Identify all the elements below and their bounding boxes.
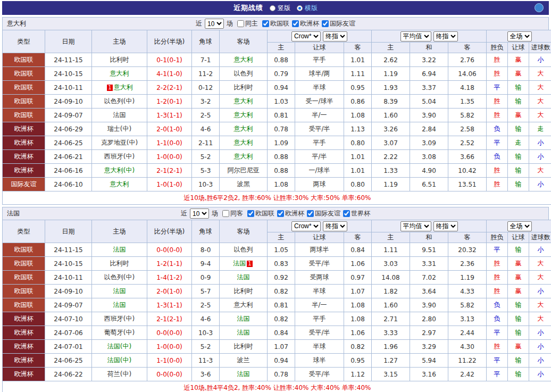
home-team-cell[interactable]: 意大利(中) (92, 164, 147, 178)
period-select[interactable]: 全场 (507, 221, 532, 231)
handicap-mark-cell: 输 (508, 164, 529, 178)
away-team-cell[interactable]: 法国 (220, 271, 268, 285)
home-team-cell[interactable]: 法国 (92, 243, 147, 257)
score-cell[interactable]: 1-4(1-2) (147, 271, 192, 285)
same-venue-filter[interactable]: 同主 (237, 19, 258, 28)
home-team-cell[interactable]: 意大利 (92, 178, 147, 191)
match-count-select[interactable]: 10 (190, 208, 209, 219)
league-checkbox[interactable] (262, 20, 269, 27)
away-team-cell[interactable]: 法国1 (220, 257, 268, 271)
home-team-cell[interactable]: 法国(中) (92, 340, 147, 354)
home-team-cell[interactable]: 比利时 (92, 257, 147, 271)
away-team-cell[interactable]: 法国 (220, 368, 268, 381)
score-cell[interactable]: 1-0(0-0) (147, 340, 192, 354)
league-filter[interactable]: 国际友谊 (322, 19, 355, 28)
away-team-cell[interactable]: 以色列 (220, 67, 268, 81)
odds-time-select-1[interactable]: 终指 (323, 221, 347, 231)
home-team-cell[interactable]: 克罗地亚(中) (92, 136, 147, 150)
league-checkbox[interactable] (307, 210, 314, 217)
home-team-cell[interactable]: 以色列(中) (92, 95, 147, 109)
score-cell[interactable]: 1-3(1-1) (147, 109, 192, 122)
league-filter[interactable]: 国际友谊 (307, 209, 340, 218)
sub-header-away-odds: 客 (344, 232, 372, 243)
home-team-cell[interactable]: 意大利 (92, 67, 147, 81)
same-venue-filter[interactable]: 同客 (222, 209, 243, 218)
asian-handicap-cell: 平手 (295, 136, 344, 150)
score-cell[interactable]: 0-0(0-0) (147, 243, 192, 257)
score-cell[interactable]: 2-1(2-1) (147, 164, 192, 178)
score-cell[interactable]: 2-0(1-0) (147, 285, 192, 298)
odds-time-select-2[interactable]: 终指 (433, 221, 458, 231)
score-cell[interactable]: 1-1(0-0) (147, 354, 192, 368)
league-checkbox[interactable] (292, 20, 299, 27)
away-team-cell[interactable]: 意大利 (220, 95, 268, 109)
league-filter[interactable]: 欧洲杯 (277, 209, 304, 218)
score-cell[interactable]: 2-0(1-0) (147, 122, 192, 136)
league-checkbox[interactable] (322, 20, 329, 27)
away-team-cell[interactable]: 意大利 (220, 136, 268, 150)
home-team-cell[interactable]: 西班牙(中) (92, 150, 147, 164)
away-team-cell[interactable]: 比利时 (220, 285, 268, 298)
league-checkbox[interactable] (343, 210, 350, 217)
away-team-cell[interactable]: 意大利 (220, 298, 268, 312)
period-select[interactable]: 全场 (507, 31, 532, 41)
same-venue-checkbox[interactable] (222, 210, 229, 217)
odds-time-select-2[interactable]: 终指 (433, 31, 458, 41)
away-team-cell[interactable]: 波兰 (220, 354, 268, 368)
col-header-away: 客场 (220, 30, 268, 53)
score-cell[interactable]: 4-1(1-0) (147, 67, 192, 81)
odds-time-select-1[interactable]: 终指 (323, 31, 347, 41)
home-team-cell[interactable]: 法国(中) (92, 354, 147, 368)
score-cell[interactable]: 0-0(0-0) (147, 368, 192, 381)
score-cell[interactable]: 1-2(1-1) (147, 257, 192, 271)
away-team-cell[interactable]: 法国 (220, 312, 268, 326)
home-team-cell[interactable]: 法国 (92, 285, 147, 298)
score-cell[interactable]: 1-0(0-0) (147, 150, 192, 164)
away-team-cell[interactable]: 意大利 (220, 122, 268, 136)
home-team-cell[interactable]: 西班牙(中) (92, 312, 147, 326)
home-team-cell[interactable]: 法国 (92, 109, 147, 122)
away-team-cell[interactable]: 意大利 (220, 53, 268, 67)
home-team-cell[interactable]: 比利时 (92, 53, 147, 67)
away-team-cell[interactable]: 阿尔巴尼亚 (220, 164, 268, 178)
topbar-right-icon[interactable] (535, 3, 544, 12)
average-select[interactable]: 平均值 (400, 31, 431, 41)
league-filter[interactable]: 欧国联 (262, 19, 289, 28)
league-checkbox[interactable] (247, 210, 254, 217)
summary-text: 近10场,胜4平4负2, 胜率:40% 让胜率:40% 大率:40% 单率:40… (3, 381, 551, 392)
average-select[interactable]: 平均值 (400, 221, 431, 231)
home-team-cell[interactable]: 法国 (92, 298, 147, 312)
match-row: 欧洲杯24-06-21西班牙(中)1-0(0-0)5-2意大利0.88平/半1.… (3, 150, 551, 164)
score-cell[interactable]: 1-3(1-1) (147, 298, 192, 312)
away-team-cell[interactable]: 意大利 (220, 109, 268, 122)
score-cell[interactable]: 2-1(2-1) (147, 312, 192, 326)
home-team-cell[interactable]: 瑞士(中) (92, 122, 147, 136)
home-team-cell[interactable]: 1意大利 (92, 81, 147, 95)
home-team-cell[interactable]: 荷兰(中) (92, 368, 147, 381)
league-checkbox[interactable] (277, 210, 284, 217)
score-cell[interactable]: 2-2(2-1) (147, 81, 192, 95)
match-count-select[interactable]: 10 (205, 19, 224, 29)
score-cell[interactable]: 0-1(0-1) (147, 53, 192, 67)
league-filter[interactable]: 欧洲杯 (292, 19, 319, 28)
layout-radio-vertical[interactable]: 竖版 (270, 4, 290, 13)
away-team-cell[interactable]: 波黑 (220, 178, 268, 191)
bookmaker-select[interactable]: Crow* (291, 31, 321, 41)
same-venue-checkbox[interactable] (237, 20, 244, 27)
bookmaker-select[interactable]: Crow* (291, 221, 321, 231)
league-filter[interactable]: 世界杯 (343, 209, 370, 218)
away-team-cell[interactable]: 以色列 (220, 243, 268, 257)
score-cell[interactable]: 1-1(0-0) (147, 136, 192, 150)
away-team-cell[interactable]: 比利时 (220, 340, 268, 354)
league-filter[interactable]: 欧国联 (247, 209, 274, 218)
home-team-cell[interactable]: 以色列(中) (92, 271, 147, 285)
result-mark-cell: 胜 (487, 257, 508, 271)
layout-radio-horizontal[interactable]: 横版 (297, 4, 318, 13)
away-team-cell[interactable]: 法国 (220, 326, 268, 340)
away-team-cell[interactable]: 比利时 (220, 81, 268, 95)
score-cell[interactable]: 1-0(1-0) (147, 178, 192, 191)
score-cell[interactable]: 1-2(0-1) (147, 95, 192, 109)
away-team-cell[interactable]: 意大利 (220, 150, 268, 164)
score-cell[interactable]: 0-0(0-0) (147, 326, 192, 340)
home-team-cell[interactable]: 葡萄牙(中) (92, 326, 147, 340)
